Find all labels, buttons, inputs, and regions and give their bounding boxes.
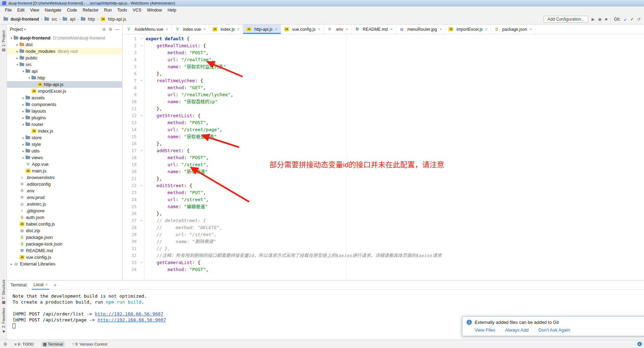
tab-asidemenu-vue[interactable]: VAsideMenu.vue× [123,24,172,34]
tree-item-plugins[interactable]: ▸plugins [7,114,122,121]
breadcrumb-duoji-frontend[interactable]: duoji-frontend [4,17,39,22]
notification-action-view-files[interactable]: View Files [475,327,495,333]
notification-action-always-add[interactable]: Always Add [505,327,528,333]
menu-help[interactable]: Help [165,7,179,13]
tree-item-http[interactable]: ▾http [7,74,122,81]
fold-icon[interactable]: − [139,182,144,189]
tab-importexcel-js[interactable]: JSimportExcel.js× [445,24,491,34]
code-area[interactable]: 1−export default {2− getRealTimeList: {3… [122,34,644,280]
menu-code[interactable]: Code [64,7,80,13]
fold-icon[interactable]: − [139,42,144,49]
tree-arrow-icon[interactable]: ▸ [21,116,26,120]
tree-item-dist[interactable]: ▸dist [7,41,122,48]
tree-arrow-icon[interactable]: ▾ [21,70,26,73]
close-icon[interactable]: × [345,27,348,32]
terminal-cursor[interactable] [13,324,15,328]
tree-item-vue-config-js[interactable]: JSvue.config.js [7,254,122,261]
history-icon[interactable]: ↺ [637,17,640,22]
fold-icon[interactable]: − [139,77,144,84]
add-configuration-button[interactable]: Add Configuration... [544,16,588,23]
tree-item-readme-md[interactable]: MREADME.md [7,247,122,254]
statusbar-terminal[interactable]: ▦ Terminal [41,341,65,347]
tree-item-babel-config-js[interactable]: JSbabel.config.js [7,221,122,227]
tree-item-style[interactable]: ▸style [7,141,122,148]
update-project-icon[interactable]: ↙ [624,17,627,22]
tab-index-js[interactable]: JSindex.js× [209,24,243,34]
close-icon[interactable]: × [390,27,393,32]
tree-item-gitignore[interactable]: ≡.gitignore [7,207,122,214]
menu-vcs[interactable]: VCS [130,7,144,13]
tree-item-duoji-frontend[interactable]: ▾duoji-frontendD:\zheheWeb\duoji-fronten… [7,35,122,41]
tree-item-package-json[interactable]: {}package.json [7,234,122,241]
close-icon[interactable]: × [45,282,48,287]
tree-item-env-prod[interactable]: ⚙.env.prod [7,194,122,201]
tree-arrow-icon[interactable]: ▸ [9,262,14,266]
toolwindow-button-2-favorites[interactable]: ★ 2: Favorites [1,308,6,334]
tree-item-main-js[interactable]: JSmain.js [7,168,122,174]
menu-edit[interactable]: Edit [14,7,27,13]
fold-icon[interactable]: − [139,35,144,42]
tree-item-external-libraries[interactable]: ▸▤External Libraries [7,261,122,267]
menu-view[interactable]: View [27,7,42,13]
fold-icon[interactable]: − [139,147,144,154]
chevron-down-icon[interactable]: ▾ [24,28,26,31]
fold-icon[interactable]: − [139,112,144,119]
tab-menurouter-jpg[interactable]: ▨menuRouter.jpg× [396,24,446,34]
menu-tools[interactable]: Tools [114,7,130,13]
fold-icon[interactable]: − [139,217,144,224]
tree-arrow-icon[interactable]: ▸ [21,143,26,146]
terminal-link[interactable]: http://192.168.66.56:9007 [98,317,166,322]
menu-window[interactable]: Window [144,7,165,13]
close-icon[interactable]: × [439,27,442,32]
menu-navigate[interactable]: Navigate [42,7,64,13]
close-icon[interactable]: × [166,27,168,32]
tree-item-layouts[interactable]: ▸layouts [7,108,122,114]
close-icon[interactable]: × [237,27,240,32]
tree-item-app-vue[interactable]: VApp.vue [7,161,122,168]
tree-arrow-icon[interactable]: ▸ [21,109,26,113]
tree-arrow-icon[interactable]: ▸ [21,103,26,106]
tree-item-package-lock-json[interactable]: {}package-lock.json [7,241,122,247]
toolwindow-toggle-icon[interactable]: ⊞ [4,342,7,347]
close-icon[interactable]: × [275,27,278,32]
tab-index-vue[interactable]: Vindex.vue× [172,24,209,34]
menu-refactor[interactable]: Refactor [80,7,101,13]
run-icon[interactable]: ▶ [592,17,595,22]
tree-item-http-api-js[interactable]: JShttp-api.js [7,81,122,88]
tree-item-router[interactable]: ▾router [7,121,122,128]
tree-item-api[interactable]: ▾api [7,68,122,74]
tree-arrow-icon[interactable]: ▸ [15,43,20,47]
tree-arrow-icon[interactable]: ▾ [21,123,26,126]
tree-item-src[interactable]: ▾src [7,61,122,68]
toolwindow-button-1-project[interactable]: ▤ 1: Project [1,30,6,52]
tree-item-auth-json[interactable]: {}auth.json [7,214,122,221]
menu-file[interactable]: File [2,7,14,13]
tree-item-browserslistrc[interactable]: ≡.browserslistrc [7,174,122,181]
breadcrumb-http-api-js[interactable]: JShttp-api.js [100,17,126,22]
tree-arrow-icon[interactable]: ▸ [21,96,26,100]
tree-item-node-modules[interactable]: ▸node_moduleslibrary root [7,48,122,55]
close-icon[interactable]: × [485,27,488,32]
breadcrumb-http[interactable]: http [81,17,95,22]
notification-action-don-t-ask-again[interactable]: Don't Ask Again [538,327,570,333]
tree-arrow-icon[interactable]: ▾ [9,36,14,40]
tree-arrow-icon[interactable]: ▸ [21,136,26,140]
tree-arrow-icon[interactable]: ▸ [21,156,26,159]
tab-readme-md[interactable]: MREADME.md× [351,24,396,34]
hide-panel-icon[interactable]: — [115,27,119,32]
fold-icon[interactable]: − [139,259,144,266]
tree-item-views[interactable]: ▸views [7,154,122,161]
statusbar-9-version-control[interactable]: ↑ 9: Version Control [70,342,109,347]
event-log-button[interactable]: i Ev [637,342,644,346]
close-icon[interactable]: × [318,27,321,32]
settings-icon[interactable]: ⚙ [108,27,112,32]
breadcrumb-src[interactable]: src [44,17,57,22]
breadcrumb-api[interactable]: api [63,17,75,22]
tab-env[interactable]: ⚙.env× [324,24,352,34]
stop-icon[interactable]: ■ [605,17,607,22]
tree-item-components[interactable]: ▸components [7,101,122,108]
tree-item-public[interactable]: ▸public [7,55,122,61]
add-terminal-button[interactable]: + [54,282,56,288]
tree-item-env[interactable]: ⚙.env [7,187,122,194]
tree-item-importexcel-js[interactable]: JSimportExcel.js [7,88,122,94]
